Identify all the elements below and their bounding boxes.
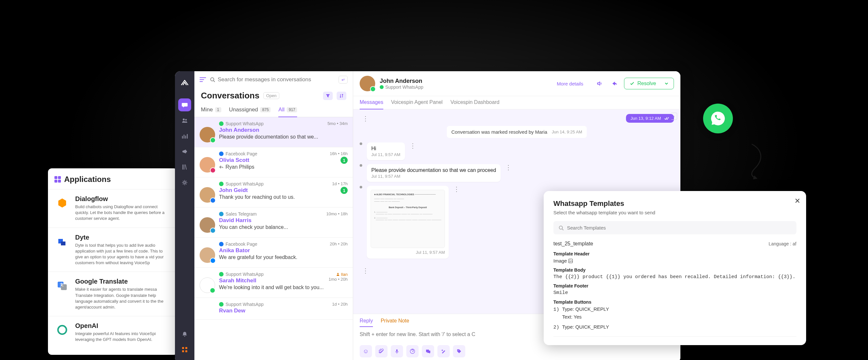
message-out: Jun 13, 9:12 AM (626, 114, 674, 123)
conversation-item[interactable]: Support WhatsApp 5mo • 34m John Anderson… (194, 117, 353, 147)
nav-notifications[interactable] (178, 328, 191, 340)
nav-settings[interactable] (178, 176, 191, 189)
mute-icon[interactable] (594, 78, 604, 89)
apps-grid-icon (55, 176, 61, 183)
app-desc: Build chatbots using Dialogflow and conn… (75, 204, 171, 222)
whatsapp-template-icon[interactable] (406, 345, 418, 357)
svg-line-20 (562, 229, 563, 230)
canned-response-icon[interactable] (422, 345, 434, 357)
whatsapp-icon (219, 272, 223, 276)
audio-recorder-icon[interactable] (391, 345, 403, 357)
message-in: Please provide documentation so that we … (367, 164, 501, 182)
app-card-dyte[interactable]: Dyte Dyte is tool that helps you to add … (48, 228, 178, 272)
avatar (199, 157, 215, 172)
svg-point-13 (211, 78, 214, 81)
tab-unassigned-label: Unassigned (229, 106, 258, 113)
attachment-icon[interactable] (375, 345, 388, 357)
app-desc: Make it easier for agents to translate m… (75, 287, 171, 310)
svg-point-7 (185, 119, 187, 121)
nav-campaigns[interactable] (178, 145, 191, 158)
private-note-tab[interactable]: Private Note (381, 318, 409, 327)
conversation-panel: ↵ Conversations Open Mine 1 Unassigned 8… (194, 71, 353, 360)
emoji-icon[interactable]: ☺ (360, 345, 372, 357)
chat-avatar (360, 76, 375, 91)
template-body-label: Template Body (553, 267, 796, 272)
template-card[interactable]: test_25_template Language : af Template … (553, 241, 796, 337)
dialogflow-icon (55, 195, 70, 211)
avatar (199, 187, 215, 203)
app-card-translate[interactable]: 文 Google Translate Make it easier for ag… (48, 272, 178, 316)
svg-rect-16 (396, 349, 398, 352)
message-menu-icon[interactable]: ⋮ (505, 164, 512, 171)
chat-tab-dashboard[interactable]: Voicespin Dashboard (451, 99, 499, 109)
svg-point-22 (569, 260, 570, 261)
more-details-link[interactable]: More details (557, 81, 583, 87)
conversation-item[interactable]: Facebook Page 16h • 16h Olivia Scott 1 R… (194, 147, 353, 177)
template-body-value: The {{2}} product {{1}} you ordered has … (553, 273, 796, 281)
reply-tab[interactable]: Reply (360, 318, 373, 327)
template-name: test_25_template (553, 241, 593, 247)
document-attachment[interactable]: ■ ALBO FINANCIAL TECHNOLOGIES ──────────… (367, 186, 449, 259)
collapse-panel-icon[interactable]: ‹ (671, 113, 677, 120)
template-search-input[interactable] (567, 225, 791, 230)
tab-mine[interactable]: Mine 1 (201, 106, 221, 117)
whatsapp-icon (219, 182, 223, 186)
svg-point-8 (184, 182, 186, 184)
nav-conversations[interactable] (178, 98, 191, 111)
message-menu-icon[interactable]: ⋮ (362, 267, 369, 274)
conversation-item[interactable]: Facebook Page 20h • 20h Anika Bator We a… (194, 238, 353, 268)
svg-point-19 (559, 226, 562, 229)
nav-apps-icon[interactable] (178, 343, 191, 356)
nav-rail (175, 71, 194, 360)
conversation-item[interactable]: Support WhatsApp 1d • 17h John Geidt 1 T… (194, 177, 353, 207)
google-translate-icon: 文 (55, 278, 70, 293)
chat-tab-agent-panel[interactable]: Voicespin Agent Panel (391, 99, 442, 109)
tab-all[interactable]: All 917 (278, 106, 297, 117)
avatar (199, 217, 215, 233)
svg-point-15 (337, 273, 339, 274)
conversation-item[interactable]: Sales Telegram 10mo • 18h David Harris Y… (194, 207, 353, 238)
reply-icon (219, 165, 223, 169)
tab-mine-label: Mine (201, 106, 213, 113)
resolve-button[interactable]: Resolve (624, 78, 674, 89)
chat-tab-messages[interactable]: Messages (360, 99, 383, 109)
app-title: OpenAI (75, 322, 171, 330)
nav-library[interactable] (178, 161, 191, 173)
svg-rect-12 (185, 350, 187, 352)
conversation-item[interactable]: Support WhatsApp Ilan Sarah Mitchell 1mo… (194, 268, 353, 298)
menu-icon[interactable] (199, 77, 206, 82)
share-icon[interactable] (609, 78, 619, 89)
app-title: Dyte (75, 234, 171, 241)
system-message: Conversation was marked resolved by Mari… (447, 126, 587, 138)
chat-contact-name: John Anderson (380, 78, 424, 85)
close-icon[interactable]: ✕ (795, 197, 800, 205)
app-title: Google Translate (75, 278, 171, 285)
search-submit-icon[interactable]: ↵ (339, 76, 348, 84)
message-menu-icon[interactable]: ⋮ (453, 186, 460, 192)
conversation-list: Support WhatsApp 5mo • 34m John Anderson… (194, 117, 353, 360)
template-search[interactable] (553, 221, 796, 234)
template-language: Language : af (769, 241, 796, 247)
conversation-name: John Anderson (219, 127, 348, 133)
app-desc: Integrate powerful AI features into Voic… (75, 331, 171, 342)
nav-reports[interactable] (178, 130, 191, 142)
search-input[interactable] (218, 76, 335, 83)
app-card-dialogflow[interactable]: Dialogflow Build chatbots using Dialogfl… (48, 189, 178, 228)
image-icon (568, 259, 573, 263)
sort-icon[interactable] (337, 92, 346, 100)
tab-unassigned[interactable]: Unassigned 875 (229, 106, 271, 117)
app-card-openai[interactable]: OpenAI Integrate powerful AI features in… (48, 316, 178, 348)
tag-icon[interactable] (453, 345, 465, 357)
ai-assist-icon[interactable] (437, 345, 450, 357)
nav-contacts[interactable] (178, 114, 191, 127)
open-badge[interactable]: Open (264, 92, 280, 99)
svg-point-6 (183, 119, 185, 121)
svg-rect-1 (61, 241, 65, 246)
avatar (199, 127, 215, 142)
app-title: Dialogflow (75, 195, 171, 203)
filter-icon[interactable] (323, 92, 333, 100)
message-menu-icon[interactable]: ⋮ (409, 142, 416, 149)
conversation-item[interactable]: Support WhatsApp 1d • 20h Rvan Dew (194, 298, 353, 320)
message-menu-icon[interactable]: ⋮ (362, 115, 369, 122)
openai-icon (55, 322, 70, 338)
